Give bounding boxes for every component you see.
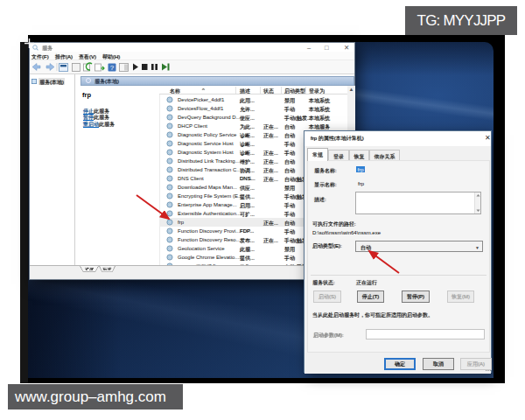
svg-text:?: ?: [110, 64, 115, 72]
